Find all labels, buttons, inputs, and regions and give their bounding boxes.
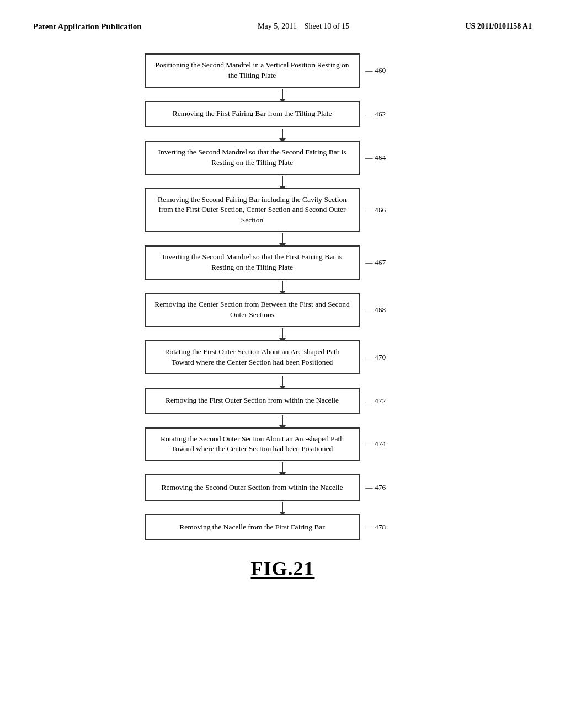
flow-step: Removing the Center Section from Between…	[145, 293, 420, 327]
arrow-line	[282, 415, 283, 426]
flow-step-label: — 472	[365, 397, 386, 405]
flow-box: Removing the First Outer Section from wi…	[145, 388, 360, 414]
header-left: Patent Application Publication	[33, 22, 142, 31]
flow-step-label: — 460	[365, 66, 386, 75]
flow-step: Removing the First Fairing Bar from the …	[145, 101, 420, 127]
flow-step: Removing the First Outer Section from wi…	[145, 388, 420, 414]
flow-box: Rotating the First Outer Section About a…	[145, 340, 360, 374]
publication-title: Patent Application Publication	[33, 22, 142, 31]
flow-step-label: — 474	[365, 440, 386, 448]
flow-box: Inverting the Second Mandrel so that the…	[145, 141, 360, 175]
arrow-line	[282, 376, 283, 387]
flow-arrow	[145, 88, 420, 101]
flow-step: Removing the Second Fairing Bar includin…	[145, 188, 420, 233]
flow-arrow	[145, 127, 420, 141]
flow-arrow	[145, 280, 420, 293]
flow-step: Inverting the Second Mandrel so that the…	[145, 141, 420, 175]
flow-box: Rotating the Second Outer Section About …	[145, 427, 360, 462]
flow-step-label: — 468	[365, 306, 386, 314]
arrow-line	[282, 176, 283, 187]
arrow-line	[282, 462, 283, 473]
header-center: May 5, 2011 Sheet 10 of 15	[258, 22, 349, 31]
publication-date: May 5, 2011	[258, 22, 297, 30]
flow-step: Positioning the Second Mandrel in a Vert…	[145, 53, 420, 88]
page: Patent Application Publication May 5, 20…	[0, 0, 565, 728]
flow-step: Removing the Second Outer Section from w…	[145, 474, 420, 501]
flow-arrow	[145, 175, 420, 188]
flow-step-label: — 464	[365, 153, 386, 162]
flow-arrow	[145, 232, 420, 245]
flowchart: Positioning the Second Mandrel in a Vert…	[33, 53, 532, 540]
flow-step: Rotating the Second Outer Section About …	[145, 427, 420, 462]
arrow-line	[282, 129, 283, 140]
flow-arrow	[145, 501, 420, 514]
flow-box: Positioning the Second Mandrel in a Vert…	[145, 53, 360, 88]
arrow-line	[282, 502, 283, 513]
flow-box: Removing the Nacelle from the First Fair…	[145, 514, 360, 540]
flow-step-label: — 478	[365, 523, 386, 532]
flow-arrow	[145, 327, 420, 340]
arrow-line	[282, 328, 283, 339]
flow-box: Removing the Second Fairing Bar includin…	[145, 188, 360, 233]
header-right: US 2011/0101158 A1	[465, 22, 532, 31]
flow-step-label: — 466	[365, 206, 386, 215]
flow-step: Removing the Nacelle from the First Fair…	[145, 514, 420, 540]
figure-label: FIG.21	[33, 557, 532, 580]
flow-box: Removing the Second Outer Section from w…	[145, 474, 360, 501]
flow-step-label: — 470	[365, 353, 386, 362]
patent-number: US 2011/0101158 A1	[465, 22, 532, 30]
flow-step-label: — 476	[365, 483, 386, 492]
flow-box: Inverting the Second Mandrel so that the…	[145, 245, 360, 280]
header: Patent Application Publication May 5, 20…	[33, 22, 532, 31]
flow-arrow	[145, 374, 420, 388]
flow-box: Removing the First Fairing Bar from the …	[145, 101, 360, 127]
flow-arrow	[145, 414, 420, 427]
flow-arrow	[145, 461, 420, 474]
flow-step: Rotating the First Outer Section About a…	[145, 340, 420, 374]
flow-step-label: — 462	[365, 110, 386, 119]
arrow-line	[282, 233, 283, 244]
arrow-line	[282, 281, 283, 292]
flow-step: Inverting the Second Mandrel so that the…	[145, 245, 420, 280]
flow-box: Removing the Center Section from Between…	[145, 293, 360, 327]
sheet-info: Sheet 10 of 15	[305, 22, 349, 30]
arrow-line	[282, 89, 283, 100]
flow-step-label: — 467	[365, 258, 386, 267]
